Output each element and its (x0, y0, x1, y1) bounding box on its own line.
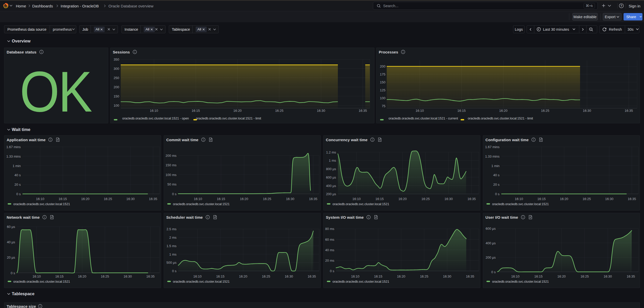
svg-text:16:20: 16:20 (81, 197, 90, 201)
svg-text:16:35: 16:35 (309, 197, 317, 201)
svg-text:16:20: 16:20 (557, 274, 566, 278)
svg-text:200 ms: 200 ms (165, 154, 176, 158)
svg-text:oracledb.oracledb.svc.cluster.: oracledb.oracledb.svc.cluster.local:1521 (13, 202, 70, 206)
svg-text:200: 200 (114, 85, 119, 89)
svg-text:oracledb.oracledb.svc.cluster.: oracledb.oracledb.svc.cluster.local:1521… (196, 117, 261, 120)
svg-text:1.67 mins: 1.67 mins (6, 145, 21, 149)
svg-text:oracledb.oracledb.svc.cluster.: oracledb.oracledb.svc.cluster.local:1521 (332, 280, 389, 283)
svg-text:125: 125 (380, 88, 385, 92)
svg-text:1 min: 1 min (13, 164, 21, 168)
svg-text:16:35: 16:35 (359, 109, 367, 113)
svg-text:16:35: 16:35 (149, 197, 157, 201)
svg-text:16:25: 16:25 (101, 274, 109, 278)
svg-text:16:35: 16:35 (146, 274, 155, 278)
svg-text:0 s: 0 s (491, 270, 496, 274)
svg-text:0 s: 0 s (172, 192, 177, 196)
svg-text:200 µs: 200 µs (326, 192, 336, 196)
svg-text:16:15: 16:15 (534, 274, 543, 278)
svg-text:1.2 ms: 1.2 ms (326, 150, 336, 154)
svg-text:16:30: 16:30 (445, 197, 453, 201)
svg-text:0 s: 0 s (11, 271, 15, 275)
svg-text:16:30: 16:30 (605, 197, 614, 201)
svg-text:oracledb.oracledb.svc.cluster.: oracledb.oracledb.svc.cluster.local:1521 (332, 202, 389, 206)
svg-text:16:25: 16:25 (541, 109, 549, 113)
svg-text:16:10: 16:10 (511, 274, 520, 278)
svg-text:600 µs: 600 µs (326, 175, 336, 179)
svg-text:?: ? (620, 4, 622, 8)
svg-text:16:15: 16:15 (192, 109, 200, 113)
svg-text:16:25: 16:25 (583, 197, 591, 201)
svg-text:16:30: 16:30 (443, 274, 451, 278)
svg-text:1.33 mins: 1.33 mins (6, 155, 21, 158)
svg-text:80 ms: 80 ms (325, 227, 335, 231)
svg-text:16:15: 16:15 (217, 197, 225, 201)
svg-text:40 ms: 40 ms (325, 248, 335, 252)
svg-text:75: 75 (382, 104, 385, 108)
svg-text:16:25: 16:25 (581, 274, 589, 278)
svg-text:16:15: 16:15 (216, 274, 225, 278)
svg-text:16:20: 16:20 (78, 274, 86, 278)
svg-text:400 µs: 400 µs (326, 184, 336, 188)
svg-text:16:20: 16:20 (499, 109, 508, 113)
svg-text:16:30: 16:30 (317, 109, 325, 113)
svg-text:16:15: 16:15 (375, 197, 384, 201)
svg-text:16:25: 16:25 (263, 197, 271, 201)
svg-text:2.5 ms: 2.5 ms (166, 227, 177, 231)
svg-text:16:10: 16:10 (515, 197, 523, 201)
svg-text:oracledb.oracledb.svc.cluster.: oracledb.oracledb.svc.cluster.local:1521 (173, 202, 230, 206)
svg-text:200 µs: 200 µs (486, 256, 496, 259)
svg-text:16:30: 16:30 (124, 274, 132, 278)
svg-text:16:20: 16:20 (397, 274, 405, 278)
svg-text:1.33 mins: 1.33 mins (485, 155, 500, 158)
svg-text:16:10: 16:10 (416, 109, 424, 113)
svg-text:350: 350 (114, 58, 119, 61)
svg-text:16:25: 16:25 (420, 274, 428, 278)
svg-text:16:30: 16:30 (126, 197, 135, 201)
svg-text:16:10: 16:10 (351, 274, 360, 278)
svg-text:16:30: 16:30 (285, 274, 293, 278)
svg-text:1 min: 1 min (491, 164, 499, 168)
svg-text:50 ms: 50 ms (168, 182, 177, 186)
svg-text:400 µs: 400 µs (486, 241, 496, 245)
svg-text:60 ms: 60 ms (325, 238, 335, 241)
svg-text:1.5 ms: 1.5 ms (166, 244, 177, 248)
svg-text:40 µs: 40 µs (7, 240, 15, 244)
svg-text:175: 175 (380, 72, 385, 76)
svg-text:16:25: 16:25 (421, 197, 430, 201)
svg-text:16:10: 16:10 (193, 274, 202, 278)
svg-text:16:30: 16:30 (604, 274, 612, 278)
svg-text:20 ms: 20 ms (325, 259, 335, 262)
svg-text:16:10: 16:10 (32, 274, 41, 278)
svg-text:oracledb.oracledb.svc.cluster.: oracledb.oracledb.svc.cluster.local:1521… (388, 117, 458, 120)
svg-text:250: 250 (114, 76, 119, 80)
svg-text:1 ms: 1 ms (329, 159, 336, 162)
svg-text:oracledb.oracledb.svc.cluster.: oracledb.oracledb.svc.cluster.local:1521… (122, 117, 189, 120)
svg-text:16:20: 16:20 (398, 197, 407, 201)
svg-text:oracledb.oracledb.svc.cluster.: oracledb.oracledb.svc.cluster.local:1521 (173, 280, 230, 283)
svg-text:16:10: 16:10 (352, 197, 361, 201)
svg-text:16:15: 16:15 (59, 197, 67, 201)
svg-text:16:20: 16:20 (560, 197, 568, 201)
svg-text:1 ms: 1 ms (169, 252, 177, 256)
svg-text:200: 200 (380, 64, 385, 68)
svg-text:16:25: 16:25 (262, 274, 270, 278)
svg-text:16:35: 16:35 (308, 274, 316, 278)
svg-text:16:35: 16:35 (628, 197, 636, 201)
svg-text:150: 150 (380, 80, 385, 84)
svg-text:16:10: 16:10 (36, 197, 45, 201)
svg-text:16:35: 16:35 (627, 274, 635, 278)
svg-text:300: 300 (114, 67, 119, 71)
svg-text:oracledb.oracledb.svc.cluster.: oracledb.oracledb.svc.cluster.local:1521 (13, 280, 70, 283)
svg-text:16:30: 16:30 (286, 197, 294, 201)
svg-text:0 s: 0 s (172, 269, 177, 273)
svg-text:800 µs: 800 µs (326, 167, 336, 171)
svg-text:16:20: 16:20 (239, 274, 248, 278)
svg-text:16:35: 16:35 (625, 109, 633, 113)
svg-text:20 s: 20 s (14, 183, 21, 186)
svg-text:oracledb.oracledb.svc.cluster.: oracledb.oracledb.svc.cluster.local:1521 (492, 280, 549, 283)
svg-text:100: 100 (380, 96, 385, 100)
svg-text:oracledb.oracledb.svc.cluster.: oracledb.oracledb.svc.cluster.local:1521 (492, 202, 549, 206)
svg-text:0 s: 0 s (495, 192, 500, 196)
svg-text:1.67 mins: 1.67 mins (485, 145, 500, 149)
svg-text:16:15: 16:15 (55, 274, 64, 278)
